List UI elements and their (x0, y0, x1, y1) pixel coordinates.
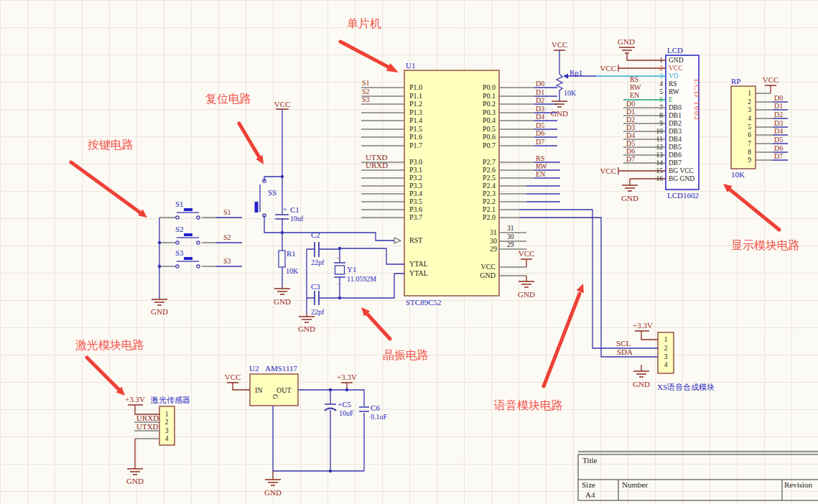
button-terminal[interactable] (176, 241, 179, 244)
net-label[interactable]: URXD (136, 414, 159, 422)
capacitor-value[interactable]: 22pf (311, 258, 325, 266)
rp1-wiper-arrow[interactable] (563, 74, 568, 79)
net-label[interactable]: D4 (536, 113, 544, 121)
lcd-designator[interactable]: LCD (667, 46, 683, 55)
resistor-pack-body[interactable] (731, 86, 756, 169)
net-label[interactable]: D7 (536, 138, 544, 146)
gnd-power-label[interactable]: GND (633, 380, 650, 388)
button-s2[interactable] (176, 235, 200, 244)
capacitor-designator[interactable]: C6 (371, 403, 380, 412)
net-label[interactable]: D7 (774, 152, 783, 160)
net-label[interactable]: D0 (536, 80, 544, 88)
vcc-power-label[interactable]: VCC (225, 373, 241, 381)
gnd-symbol[interactable] (299, 317, 315, 322)
capacitor-designator[interactable]: C1 (290, 205, 299, 214)
gnd-power-label[interactable]: GND (618, 37, 635, 46)
net-label[interactable]: D7 (626, 155, 635, 163)
mcu-part-number[interactable]: STC89C52 (406, 298, 442, 307)
crystal-value[interactable]: 11.0592M (347, 275, 376, 283)
net-label[interactable]: S2 (362, 88, 370, 95)
button-designator[interactable]: S1 (175, 200, 184, 208)
net-label[interactable]: D1 (774, 102, 783, 110)
lcd-part-number[interactable]: LCD1602 (667, 191, 699, 200)
mcu-designator[interactable]: U1 (406, 61, 415, 70)
gnd-power-label[interactable]: GND (151, 307, 168, 316)
r1-resistor-body[interactable] (279, 251, 285, 267)
button-s3[interactable] (176, 258, 200, 268)
annotation-crystal[interactable]: 晶振电路 (383, 348, 429, 362)
regulator-designator[interactable]: U2 (249, 364, 259, 373)
annotation-arrow[interactable] (544, 294, 580, 386)
gnd-symbol[interactable] (622, 185, 638, 191)
gnd-symbol[interactable] (633, 371, 649, 377)
net-label[interactable]: S1 (362, 79, 370, 87)
annotation-keys[interactable]: 按键电路 (88, 138, 134, 151)
pot-value[interactable]: 10K (564, 89, 577, 97)
annotation-display[interactable]: 显示模块电路 (731, 238, 800, 252)
switch-designator[interactable]: SS (268, 188, 276, 197)
capacitor-designator[interactable]: C2 (311, 230, 320, 239)
net-label[interactable]: S3 (362, 95, 370, 103)
annotation-arrow[interactable] (340, 42, 389, 67)
net-label[interactable]: EN (630, 91, 639, 99)
vcc-port-label[interactable]: VCC (600, 64, 616, 73)
net-label[interactable]: RS (630, 75, 638, 83)
gnd-power-label[interactable]: GND (518, 290, 535, 299)
capacitor-designator[interactable]: +C5 (338, 400, 352, 409)
gnd-symbol[interactable] (265, 480, 281, 485)
net-label[interactable]: D1 (536, 88, 544, 96)
gnd-power-label[interactable]: GND (274, 297, 291, 306)
annotation-arrow[interactable] (239, 123, 259, 157)
power-33v-label[interactable]: +3.3V (337, 373, 357, 381)
annotation-arrow[interactable] (87, 358, 118, 389)
net-label[interactable]: S1 (223, 208, 231, 216)
net-label[interactable]: SCL (616, 339, 631, 347)
net-label[interactable]: SDA (617, 347, 633, 356)
net-label[interactable]: D3 (626, 123, 635, 131)
rp-designator[interactable]: RP (731, 77, 740, 85)
net-label[interactable]: D2 (536, 96, 544, 104)
gnd-power-label[interactable]: GND (551, 109, 568, 118)
annotation-arrow[interactable] (729, 189, 779, 230)
net-label[interactable]: D5 (626, 139, 635, 147)
button-terminal[interactable] (197, 241, 200, 244)
net-label[interactable]: D5 (774, 136, 783, 144)
vcc-power-label[interactable]: VCC (519, 249, 535, 258)
net-label[interactable]: RW (536, 162, 547, 170)
net-label[interactable]: S2 (223, 233, 231, 241)
button-s1[interactable] (176, 210, 200, 219)
annotation-laser[interactable]: 激光模块电路 (75, 338, 144, 352)
rp-value[interactable]: 10K (731, 170, 745, 179)
wire-number-label[interactable]: 29 (507, 241, 514, 248)
button-terminal[interactable] (176, 216, 179, 219)
net-label[interactable]: D5 (536, 121, 544, 129)
pot-designator[interactable]: Rp1 (570, 68, 582, 77)
resistor-designator[interactable]: R1 (287, 249, 296, 258)
gnd-power-label[interactable]: GND (298, 325, 315, 333)
voice-name[interactable]: XS语音合成模块 (657, 383, 715, 391)
capacitor-value[interactable]: 10uF (339, 409, 354, 417)
net-label[interactable]: D6 (536, 129, 544, 137)
button-terminal[interactable] (176, 265, 179, 268)
regulator-part[interactable]: AMS1117 (265, 364, 298, 373)
gnd-symbol[interactable] (152, 299, 167, 305)
net-label[interactable]: D3 (536, 105, 544, 113)
net-label[interactable]: RW (630, 83, 641, 91)
net-label[interactable]: D4 (626, 131, 635, 139)
wire-number-label[interactable]: 30 (507, 233, 514, 241)
net-label[interactable]: D3 (774, 119, 783, 127)
capacitor-designator[interactable]: C3 (311, 282, 320, 291)
annotation-voice[interactable]: 语音模块电路 (494, 398, 563, 412)
rst-input-arrow[interactable] (394, 238, 401, 243)
net-label[interactable]: D2 (626, 116, 635, 123)
net-label[interactable]: D0 (774, 94, 783, 102)
vcc-power-label[interactable]: VCC (763, 75, 779, 84)
annotation-arrow[interactable] (367, 314, 390, 339)
gnd-symbol[interactable] (274, 289, 290, 294)
capacitor-value[interactable]: 22pf (311, 308, 325, 316)
crystal-designator[interactable]: Y1 (347, 265, 356, 274)
net-label[interactable]: UTXD (136, 422, 159, 431)
gnd-power-label[interactable]: GND (264, 488, 282, 497)
net-label[interactable]: D2 (774, 111, 783, 118)
wire-number-label[interactable]: 31 (507, 225, 514, 232)
